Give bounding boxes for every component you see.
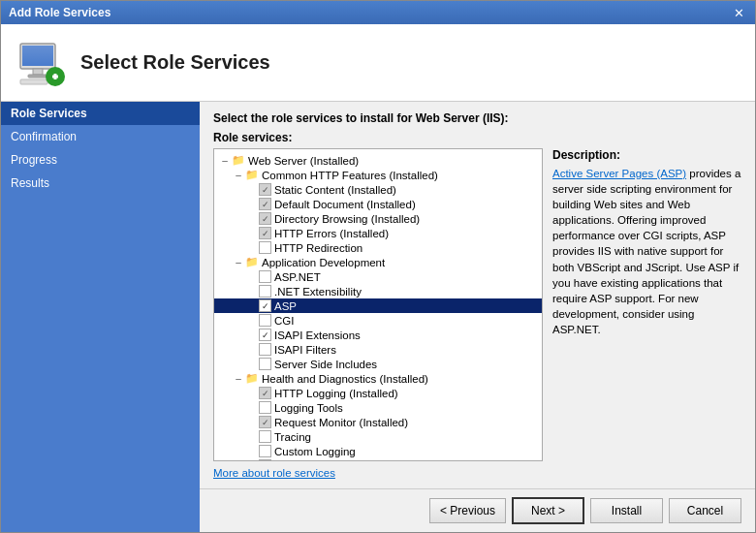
expand-icon[interactable]: –	[232, 257, 245, 267]
folder-icon: 📁	[245, 169, 259, 181]
content-area: Select the role services to install for …	[200, 102, 755, 532]
sidebar-item-role-services[interactable]: Role Services	[1, 102, 200, 125]
tree-item[interactable]: –📁Common HTTP Features (Installed)	[214, 168, 542, 182]
tree-item[interactable]: ASP.NET	[214, 269, 542, 284]
tree-item[interactable]: Logging Tools	[214, 400, 542, 415]
tree-item-label: Common HTTP Features (Installed)	[262, 170, 438, 181]
tree-item[interactable]: –📁Application Development	[214, 255, 542, 269]
checkbox[interactable]	[259, 459, 271, 461]
tree-item-label: HTTP Errors (Installed)	[274, 228, 389, 239]
checkbox[interactable]: ✓	[259, 212, 271, 225]
tree-item[interactable]: CGI	[214, 313, 542, 328]
checkbox[interactable]	[259, 343, 271, 356]
title-bar-left: Add Role Services	[9, 6, 110, 19]
sidebar-item-confirmation[interactable]: Confirmation	[1, 125, 200, 148]
tree-item[interactable]: ✓HTTP Errors (Installed)	[214, 226, 542, 240]
tree-item[interactable]: Custom Logging	[214, 444, 542, 458]
tree-item[interactable]: ✓Request Monitor (Installed)	[214, 415, 542, 429]
svg-rect-2	[22, 46, 53, 66]
checkbox[interactable]: ✓	[259, 387, 271, 399]
tree-item[interactable]: HTTP Redirection	[214, 240, 542, 255]
tree-item[interactable]: –📁Web Server (Installed)	[214, 153, 542, 168]
description-panel: Description: Active Server Pages (ASP) p…	[552, 148, 741, 461]
tree-item-label: .NET Extensibility	[274, 286, 362, 298]
content-inner: Select the role services to install for …	[200, 102, 755, 488]
checkbox[interactable]	[259, 285, 271, 298]
checkbox[interactable]	[259, 358, 271, 370]
tree-item[interactable]: Server Side Includes	[214, 357, 542, 371]
tree-item-label: HTTP Logging (Installed)	[274, 388, 398, 399]
tree-item-label: ASP	[274, 300, 297, 312]
tree-item[interactable]: ✓Static Content (Installed)	[214, 182, 542, 197]
window-title: Add Role Services	[9, 6, 110, 19]
tree-item-label: Directory Browsing (Installed)	[274, 213, 420, 225]
tree-item[interactable]: ODBC Logging	[214, 458, 542, 461]
install-button[interactable]: Install	[590, 498, 663, 523]
tree-item-label: ISAPI Extensions	[274, 329, 361, 341]
sidebar-item-results[interactable]: Results	[1, 172, 200, 195]
tree-item-label: CGI	[274, 315, 294, 327]
tree-item[interactable]: Tracing	[214, 429, 542, 444]
checkbox[interactable]: ✓	[259, 416, 271, 428]
role-services-icon	[16, 38, 67, 88]
svg-rect-4	[28, 75, 47, 78]
header-title: Select Role Services	[80, 51, 270, 74]
tree-item[interactable]: ✓ISAPI Extensions	[214, 328, 542, 342]
header-panel: Select Role Services	[1, 24, 755, 102]
close-button[interactable]: ✕	[730, 4, 747, 21]
tree-item[interactable]: –📁Health and Diagnostics (Installed)	[214, 371, 542, 386]
split-panel: –📁Web Server (Installed)–📁Common HTTP Fe…	[213, 148, 741, 461]
tree-item[interactable]: ✓Default Document (Installed)	[214, 197, 542, 211]
tree-item-label: Health and Diagnostics (Installed)	[262, 373, 428, 385]
footer: < Previous Next > Install Cancel	[200, 488, 755, 532]
description-text: Active Server Pages (ASP) provides a ser…	[552, 166, 741, 337]
checkbox[interactable]	[259, 314, 271, 327]
tree-item[interactable]: .NET Extensibility	[214, 284, 542, 298]
window: Add Role Services ✕	[0, 0, 756, 533]
checkbox[interactable]: ✓	[259, 227, 271, 239]
tree-item[interactable]: ISAPI Filters	[214, 342, 542, 357]
tree-item-label: Custom Logging	[274, 446, 356, 457]
asp-link[interactable]: Active Server Pages (ASP)	[552, 168, 686, 179]
checkbox[interactable]	[259, 445, 271, 457]
checkbox[interactable]	[259, 241, 271, 254]
expand-icon[interactable]: –	[218, 155, 232, 166]
title-bar: Add Role Services ✕	[1, 1, 755, 24]
previous-button[interactable]: < Previous	[429, 498, 506, 523]
folder-icon: 📁	[245, 372, 259, 385]
checkbox[interactable]: ✓	[259, 299, 271, 312]
sidebar: Role Services Confirmation Progress Resu…	[1, 102, 200, 532]
checkbox[interactable]: ✓	[259, 198, 271, 210]
checkbox[interactable]	[259, 430, 271, 443]
checkbox[interactable]	[259, 401, 271, 414]
tree-item-label: Server Side Includes	[274, 359, 377, 370]
tree-item-label: Application Development	[262, 257, 385, 268]
main-content: Role Services Confirmation Progress Resu…	[1, 102, 755, 532]
tree-item[interactable]: ✓ASP	[214, 298, 542, 313]
checkbox[interactable]	[259, 270, 271, 283]
checkbox[interactable]: ✓	[259, 183, 271, 196]
svg-rect-5	[20, 79, 47, 84]
header-icon	[16, 38, 67, 88]
tree-item[interactable]: ✓HTTP Logging (Installed)	[214, 386, 542, 400]
expand-icon[interactable]: –	[232, 373, 245, 384]
svg-rect-8	[54, 74, 57, 79]
tree-panel[interactable]: –📁Web Server (Installed)–📁Common HTTP Fe…	[213, 148, 543, 461]
tree-item-label: Web Server (Installed)	[248, 155, 359, 167]
tree-item-label: Tracing	[274, 431, 311, 443]
description-body: provides a server side scripting environ…	[552, 168, 740, 335]
tree-item-label: Default Document (Installed)	[274, 199, 416, 210]
more-link[interactable]: More about role services	[213, 467, 741, 479]
expand-icon[interactable]: –	[232, 170, 245, 180]
tree-item[interactable]: ✓Directory Browsing (Installed)	[214, 211, 542, 226]
svg-rect-3	[33, 69, 43, 75]
tree-item-label: ASP.NET	[274, 271, 321, 283]
folder-icon: 📁	[245, 256, 259, 268]
next-button[interactable]: Next >	[512, 497, 584, 524]
folder-icon: 📁	[232, 154, 245, 167]
tree-item-label: ODBC Logging	[274, 460, 349, 462]
sidebar-item-progress[interactable]: Progress	[1, 148, 200, 172]
role-services-label: Role services:	[213, 131, 741, 144]
cancel-button[interactable]: Cancel	[669, 498, 741, 523]
checkbox[interactable]: ✓	[259, 329, 271, 341]
